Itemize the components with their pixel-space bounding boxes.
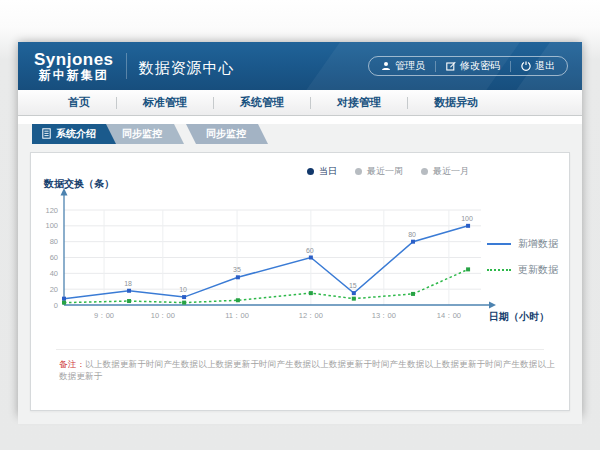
x-axis-title: 日期（小时） — [489, 310, 549, 324]
footnote-text: 以上数据更新于时间产生数据以上数据更新于时间产生数据以上数据更新于时间产生数据以… — [59, 359, 555, 381]
svg-text:0: 0 — [54, 301, 58, 310]
logo-brand: Synjones — [34, 51, 114, 69]
svg-text:120: 120 — [45, 206, 58, 215]
change-password-label: 修改密码 — [460, 59, 500, 73]
document-icon — [42, 128, 51, 141]
svg-text:15: 15 — [349, 282, 357, 289]
footnote-prefix: 备注： — [59, 359, 85, 369]
solid-line-swatch — [487, 243, 511, 245]
header-divider — [126, 53, 127, 79]
svg-text:35: 35 — [233, 266, 241, 273]
logo: Synjones 新中新集团 — [30, 51, 124, 81]
screen: Synjones 新中新集团 数据资源中心 管理员 修改密码 — [0, 0, 600, 450]
tab-label: 同步监控 — [206, 127, 246, 141]
svg-text:13：00: 13：00 — [372, 311, 396, 320]
admin-label: 管理员 — [395, 59, 425, 73]
svg-text:11：00: 11：00 — [225, 311, 249, 320]
user-menu-separator — [510, 61, 511, 72]
power-icon — [521, 61, 531, 71]
change-password-button[interactable]: 修改密码 — [446, 59, 500, 73]
dashed-line-swatch — [487, 269, 511, 271]
edit-icon — [446, 61, 456, 71]
nav-item-home[interactable]: 首页 — [42, 95, 116, 110]
svg-text:60: 60 — [50, 253, 58, 262]
radio-last-month[interactable]: 最近一月 — [421, 165, 469, 178]
nav-item-standard-management[interactable]: 标准管理 — [117, 95, 213, 110]
user-menu: 管理员 修改密码 退出 — [368, 56, 568, 76]
date-range-filter: 当日 最近一周 最近一月 — [307, 165, 469, 178]
legend-label: 更新数据 — [518, 263, 558, 277]
tab-sync-monitor-2[interactable]: 同步监控 — [186, 124, 268, 144]
radio-label: 当日 — [319, 165, 337, 178]
svg-text:60: 60 — [306, 247, 314, 254]
svg-text:100: 100 — [461, 215, 473, 222]
svg-text:20: 20 — [50, 285, 58, 294]
radio-label: 最近一周 — [367, 165, 403, 178]
chart-legend: 新增数据 更新数据 — [487, 237, 559, 289]
nav-item-system-management[interactable]: 系统管理 — [214, 95, 310, 110]
legend-item-update-data: 更新数据 — [487, 263, 559, 277]
app-title: 数据资源中心 — [139, 59, 235, 78]
nav-item-data-changes[interactable]: 数据异动 — [408, 95, 504, 110]
svg-text:12：00: 12：00 — [299, 311, 323, 320]
radio-dot — [421, 168, 428, 175]
app-header: Synjones 新中新集团 数据资源中心 管理员 修改密码 — [18, 42, 582, 90]
note-divider — [56, 349, 544, 350]
tab-system-intro[interactable]: 系统介绍 — [32, 124, 116, 144]
svg-text:40: 40 — [50, 269, 58, 278]
legend-label: 新增数据 — [518, 237, 558, 251]
footnote: 备注：以上数据更新于时间产生数据以上数据更新于时间产生数据以上数据更新于时间产生… — [59, 359, 555, 383]
svg-text:80: 80 — [408, 231, 416, 238]
svg-text:14：00: 14：00 — [437, 311, 461, 320]
radio-dot — [307, 168, 314, 175]
radio-last-week[interactable]: 最近一周 — [355, 165, 403, 178]
svg-text:18: 18 — [124, 280, 132, 287]
radio-dot — [355, 168, 362, 175]
legend-item-new-data: 新增数据 — [487, 237, 559, 251]
nav-item-integration-management[interactable]: 对接管理 — [311, 95, 407, 110]
user-menu-separator — [435, 61, 436, 72]
user-icon — [381, 61, 391, 71]
tab-label: 系统介绍 — [56, 127, 96, 141]
radio-today[interactable]: 当日 — [307, 165, 337, 178]
logout-button[interactable]: 退出 — [521, 59, 555, 73]
radio-label: 最近一月 — [433, 165, 469, 178]
content-area: 系统介绍 同步监控 同步监控 当日 最近一周 — [18, 124, 582, 424]
main-nav: 首页 标准管理 系统管理 对接管理 数据异动 — [18, 90, 582, 116]
svg-text:80: 80 — [50, 237, 58, 246]
y-axis-title: 数据交换（条） — [44, 177, 114, 191]
tab-label: 同步监控 — [122, 127, 162, 141]
admin-user-button[interactable]: 管理员 — [381, 59, 425, 73]
logout-label: 退出 — [535, 59, 555, 73]
app-window: Synjones 新中新集团 数据资源中心 管理员 修改密码 — [18, 42, 582, 416]
svg-text:10: 10 — [179, 286, 187, 293]
tab-bar: 系统介绍 同步监控 同步监控 — [32, 124, 582, 144]
svg-text:10：00: 10：00 — [151, 311, 175, 320]
chart-panel: 当日 最近一周 最近一月 数据交换（条） 0204060801001209：00… — [30, 152, 570, 411]
svg-text:100: 100 — [45, 221, 58, 230]
svg-text:9：00: 9：00 — [94, 311, 114, 320]
logo-company: 新中新集团 — [34, 69, 114, 82]
